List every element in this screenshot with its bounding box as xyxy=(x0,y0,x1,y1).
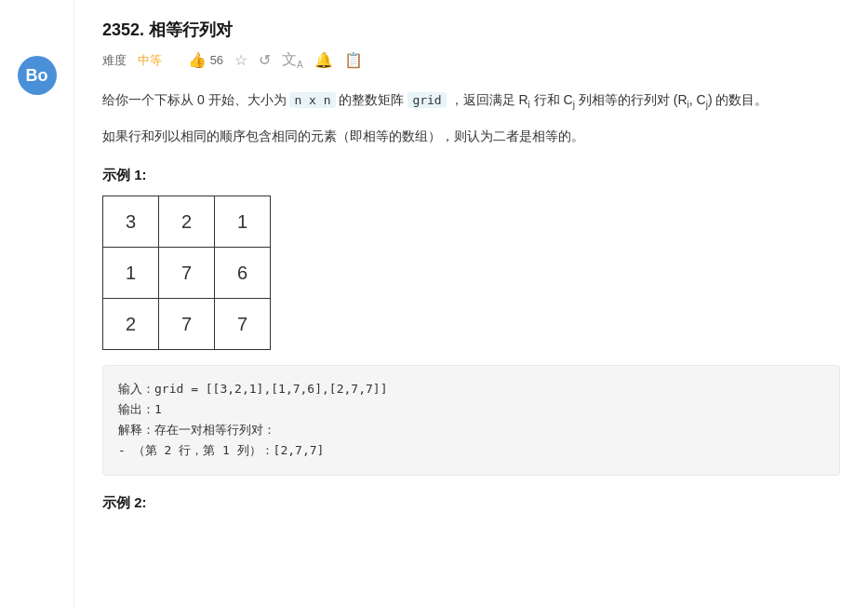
bell-button[interactable]: 🔔 xyxy=(314,51,333,69)
problem-description-2: 如果行和列以相同的顺序包含相同的元素（即相等的数组），则认为二者是相等的。 xyxy=(102,125,840,148)
grid-cell: 7 xyxy=(159,299,215,350)
desc-text-2: 的整数矩阵 xyxy=(336,92,408,107)
grid-cell: 2 xyxy=(159,196,215,248)
grid-cell: 1 xyxy=(215,196,271,248)
refresh-button[interactable]: ↺ xyxy=(259,51,271,69)
problem-title: 2352. 相等行列对 xyxy=(102,19,840,41)
like-count: 56 xyxy=(210,53,223,67)
star-icon: ☆ xyxy=(234,51,247,69)
code-explanation-title: 解释：存在一对相等行列对： xyxy=(118,420,824,440)
desc-text-3: ，返回满足 Ri 行和 Cj 列相等的行列对 (Ri, Cj) 的数目。 xyxy=(447,92,768,107)
difficulty-value: 中等 xyxy=(138,52,162,69)
sidebar: Bo xyxy=(0,0,74,607)
clipboard-icon: 📋 xyxy=(344,51,363,69)
toolbar: 难度 中等 👍 56 ☆ ↺ 文A 🔔 📋 xyxy=(102,50,840,70)
grid-cell: 1 xyxy=(103,248,159,299)
star-button[interactable]: ☆ xyxy=(234,51,247,69)
grid-cell: 2 xyxy=(103,299,159,350)
example1-grid: 321176277 xyxy=(102,196,271,350)
example1-code-block: 输入：grid = [[3,2,1],[1,7,6],[2,7,7]] 输出：1… xyxy=(102,365,840,475)
bell-icon: 🔔 xyxy=(314,51,333,69)
toolbar-sep-1 xyxy=(173,53,177,67)
example1-title: 示例 1: xyxy=(102,167,840,184)
example2-title: 示例 2: xyxy=(102,494,840,512)
desc-text-1: 给你一个下标从 0 开始、大小为 xyxy=(102,92,289,107)
main-content: 2352. 相等行列对 难度 中等 👍 56 ☆ ↺ 文A 🔔 📋 给你一个下标… xyxy=(74,0,868,542)
refresh-icon: ↺ xyxy=(259,51,271,69)
grid-cell: 7 xyxy=(159,248,215,299)
desc-text-4: 如果行和列以相同的顺序包含相同的元素（即相等的数组），则认为二者是相等的。 xyxy=(102,128,584,143)
problem-description-1: 给你一个下标从 0 开始、大小为 n x n 的整数矩阵 grid ，返回满足 … xyxy=(102,88,840,114)
grid-cell: 7 xyxy=(215,299,271,350)
translate-button[interactable]: 文A xyxy=(282,50,303,70)
difficulty-label: 难度 xyxy=(102,52,127,69)
code-explanation-detail: - （第 2 行，第 1 列）：[2,7,7] xyxy=(118,440,824,461)
clipboard-button[interactable]: 📋 xyxy=(344,51,363,69)
code-input: 输入：grid = [[3,2,1],[1,7,6],[2,7,7]] xyxy=(118,379,824,399)
like-button[interactable]: 👍 56 xyxy=(188,51,223,69)
desc-code-nxn: n x n xyxy=(289,92,335,108)
code-output: 输出：1 xyxy=(118,399,824,420)
like-icon: 👍 xyxy=(188,51,207,69)
desc-code-grid: grid xyxy=(407,92,446,108)
avatar[interactable]: Bo xyxy=(18,56,57,95)
grid-cell: 6 xyxy=(215,248,271,299)
grid-cell: 3 xyxy=(103,196,159,248)
translate-icon: 文A xyxy=(282,50,303,70)
avatar-text: Bo xyxy=(26,66,48,86)
